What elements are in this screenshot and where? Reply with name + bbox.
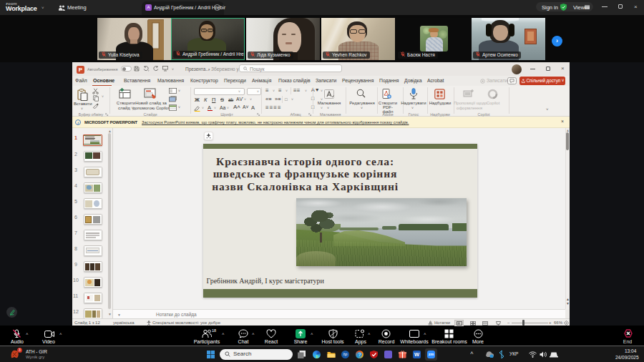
svg-text:P: P xyxy=(79,67,83,73)
